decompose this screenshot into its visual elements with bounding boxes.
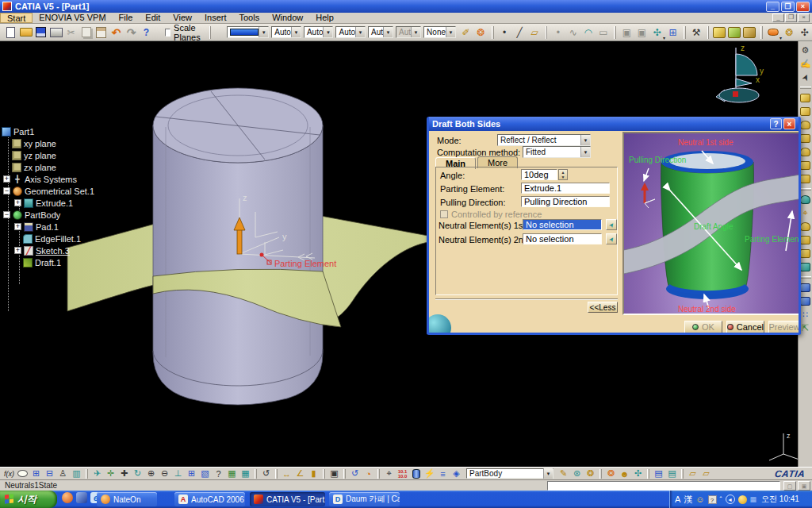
tree-item-edgefillet1[interactable]: EdgeFillet.1: [2, 233, 152, 244]
new-icon[interactable]: [3, 25, 18, 40]
zoom-in-icon[interactable]: ⊕: [144, 468, 158, 479]
apply-material-icon[interactable]: [712, 25, 727, 40]
power-input-field[interactable]: [547, 481, 780, 491]
toolbar-grip[interactable]: [707, 26, 710, 39]
measure-inertia-icon[interactable]: ▮: [307, 468, 320, 479]
line-type-combo[interactable]: Auto▼: [304, 26, 334, 38]
zoom-out-icon[interactable]: ⊖: [158, 468, 171, 479]
painting-icon[interactable]: ✣: [631, 468, 645, 479]
material-catalog-icon[interactable]: [727, 25, 742, 40]
chevron-down-icon[interactable]: ▼: [446, 27, 455, 37]
healing-icon[interactable]: ▣: [634, 25, 649, 40]
painter-icon[interactable]: ✐: [458, 25, 473, 40]
start-button[interactable]: 시작: [0, 491, 57, 508]
catalog-editor-icon[interactable]: ▤: [665, 468, 679, 479]
task-nateon[interactable]: NateOn: [97, 492, 157, 506]
measure-between-icon[interactable]: ↔: [280, 468, 293, 479]
toolbar-grip[interactable]: [275, 469, 278, 479]
ime-smiley-icon[interactable]: ☺: [695, 495, 704, 504]
spin-down-icon[interactable]: ▼: [559, 175, 567, 179]
line-color-combo[interactable]: ▼: [227, 26, 269, 38]
catalog-browser-icon[interactable]: ▤: [652, 468, 665, 479]
fit-all-in-icon[interactable]: ✛: [104, 468, 117, 479]
sticker-icon[interactable]: ☻: [618, 468, 631, 479]
ime-latin-indicator[interactable]: A: [675, 495, 680, 504]
import-icon[interactable]: ▱: [699, 468, 713, 479]
relations-icon[interactable]: ⊟: [43, 468, 56, 479]
pan-icon[interactable]: ✚: [117, 468, 131, 479]
toolbar-grip[interactable]: [800, 188, 811, 190]
mdi-restore-button[interactable]: ❐: [785, 13, 797, 22]
paint-brush-icon[interactable]: ❂: [782, 25, 797, 40]
menu-help[interactable]: Help: [309, 13, 340, 23]
mean-dimensions-icon[interactable]: 10.1 10.0: [396, 468, 409, 479]
quick-view-icon[interactable]: ?: [212, 468, 225, 479]
update-icon[interactable]: ↺: [348, 468, 362, 479]
toolbar-grip[interactable]: [323, 469, 325, 479]
tree-item-xy-plane[interactable]: xy plane: [2, 137, 152, 149]
prism-icon[interactable]: ◈: [450, 468, 463, 479]
neutral2-input[interactable]: No selection: [523, 233, 602, 244]
capture-icon[interactable]: ▣: [327, 468, 341, 479]
multi-view-icon[interactable]: ⊞: [185, 468, 198, 479]
pocket-tool-icon[interactable]: [799, 105, 812, 118]
chevron-down-icon[interactable]: ▼: [383, 27, 393, 37]
tree-item-draft1[interactable]: Draft.1: [2, 256, 152, 268]
point-by-clicking-icon[interactable]: •: [550, 25, 565, 40]
tree-item-zx-plane[interactable]: zx plane: [2, 161, 152, 173]
toolbar-grip[interactable]: [377, 469, 380, 479]
scale-planes-checkbox[interactable]: Scale Planes: [165, 23, 206, 42]
menu-insert[interactable]: Insert: [198, 13, 233, 23]
dialog-close-button[interactable]: ×: [783, 118, 795, 129]
toolbar-grip[interactable]: [614, 26, 616, 39]
ime-chevron-icon[interactable]: ˆ: [720, 495, 722, 503]
rotate-icon[interactable]: ↻: [131, 468, 144, 479]
surface-icon[interactable]: ▭: [596, 25, 611, 40]
dialog-titlebar[interactable]: Draft Both Sides ? ×: [429, 117, 799, 131]
tree-item-geometrical-set[interactable]: − Geometrical Set.1: [2, 185, 152, 197]
axis-system-icon[interactable]: ⌖: [382, 468, 396, 479]
browser-quick-launch-icon[interactable]: [62, 492, 73, 503]
manikin-icon[interactable]: ♙: [56, 468, 70, 479]
undo-icon[interactable]: ↶: [109, 25, 124, 40]
tree-item-sketch3[interactable]: + ╱ Sketch.3: [2, 244, 152, 256]
redo-icon[interactable]: ↷: [124, 25, 139, 40]
chevron-down-icon[interactable]: ▼: [291, 27, 301, 37]
point-tool-icon[interactable]: •: [497, 25, 512, 40]
material-library-icon[interactable]: [742, 25, 757, 40]
mdi-minimize-button[interactable]: _: [772, 13, 784, 22]
method-combo[interactable]: Fitted ▼: [523, 146, 591, 158]
menu-edit[interactable]: Edit: [139, 13, 167, 23]
menu-start[interactable]: Start: [0, 13, 33, 23]
whats-this-icon[interactable]: ?: [139, 25, 154, 40]
tree-item-pad1[interactable]: + Pad.1: [2, 221, 152, 233]
line-weight-combo[interactable]: Auto▼: [271, 26, 301, 38]
filter-combo[interactable]: None▼: [423, 26, 456, 38]
active-body-combo[interactable]: PartBody ▼: [466, 468, 553, 479]
in-work-object-icon[interactable]: ◔: [362, 468, 375, 479]
environment-mapping-icon[interactable]: ⊛: [570, 468, 584, 479]
print-icon[interactable]: [48, 25, 63, 40]
minimize-button[interactable]: _: [766, 2, 779, 12]
measure-item-icon[interactable]: ∠: [293, 468, 307, 479]
tray-network-icon[interactable]: ▦: [750, 495, 757, 503]
task-autocad[interactable]: A AutoCAD 2006 - [...: [174, 492, 245, 506]
render-style-icon[interactable]: ▦: [225, 468, 239, 479]
neutral1-input[interactable]: No selection: [523, 219, 602, 230]
open-icon[interactable]: [18, 25, 33, 40]
tree-item-yz-plane[interactable]: yz plane: [2, 149, 152, 161]
select-cursor-icon[interactable]: ➤: [796, 69, 812, 87]
toolbar-grip[interactable]: [760, 26, 763, 39]
restore-button[interactable]: ❐: [781, 2, 795, 12]
pad-tool-icon[interactable]: [799, 91, 812, 105]
neutral1-picker-button[interactable]: ➤: [606, 219, 617, 230]
parting-element-input[interactable]: Extrude.1: [521, 183, 610, 194]
tree-item-partbody[interactable]: − PartBody: [2, 209, 152, 221]
point-type-combo[interactable]: Auto▼: [335, 26, 366, 38]
expand-icon[interactable]: +: [14, 199, 21, 206]
tools-icon[interactable]: ⚒: [689, 25, 704, 40]
toolbar-grip[interactable]: [599, 469, 602, 479]
menu-file[interactable]: File: [113, 13, 140, 23]
toolbar-grip[interactable]: [86, 469, 88, 479]
turntable-icon[interactable]: ↺: [259, 468, 273, 479]
